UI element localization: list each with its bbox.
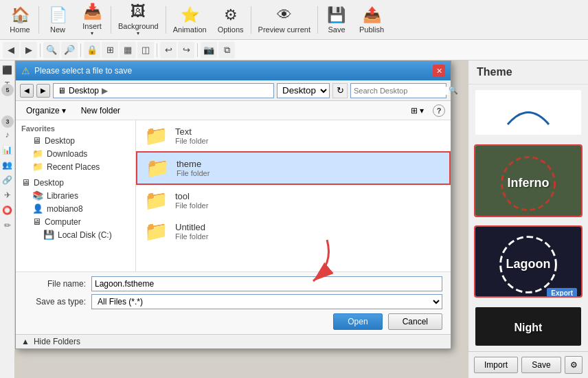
theme-preview-default bbox=[475, 90, 581, 136]
toolbar-new[interactable]: 📄 New bbox=[41, 3, 75, 36]
sub-sep-3 bbox=[157, 43, 157, 57]
file-info-tool: tool File folder bbox=[175, 191, 208, 210]
filetype-select[interactable]: All Files (*.*) bbox=[91, 294, 442, 309]
file-info-untitled: Untitled File folder bbox=[175, 222, 208, 241]
dialog-toolbar: Organize ▾ New folder ⊞ ▾ ? bbox=[16, 101, 451, 120]
tree-item-computer[interactable]: 🖥 Computer bbox=[16, 215, 135, 228]
export-badge[interactable]: Export bbox=[547, 288, 577, 298]
theme-item-night[interactable]: Night bbox=[474, 306, 583, 347]
favorites-section: Favorites 🖥 Desktop 📁 Downloads 📁 Recent… bbox=[16, 123, 135, 173]
favorites-header: Favorites bbox=[16, 123, 135, 134]
tree-item-desktop[interactable]: 🖥 Desktop bbox=[16, 134, 135, 147]
refresh-button[interactable]: ↻ bbox=[332, 83, 348, 98]
night-title: Night bbox=[514, 322, 543, 334]
libraries-icon: 📚 bbox=[32, 190, 43, 201]
home-icon: 🏠 bbox=[11, 6, 30, 24]
tree-item-recent[interactable]: 📁 Recent Places bbox=[16, 160, 135, 173]
filetype-row: Save as type: All Files (*.*) bbox=[24, 294, 442, 309]
tree-item-localdisk[interactable]: 💾 Local Disk (C:) bbox=[16, 228, 135, 241]
inferno-title: Inferno bbox=[508, 176, 550, 190]
toolbar-options[interactable]: ⚙ Options bbox=[212, 3, 249, 36]
zoom-out-button[interactable]: 🔎 bbox=[61, 42, 78, 58]
dialog-forward-button[interactable]: ▶ bbox=[36, 84, 50, 98]
cancel-button[interactable]: Cancel bbox=[388, 313, 442, 330]
address-dropdown[interactable]: Desktop bbox=[277, 83, 330, 98]
dialog-title-icon: ⚠ bbox=[21, 65, 30, 76]
folder-icon-tool: 📁 bbox=[144, 189, 168, 212]
toolbar-preview[interactable]: 👁 Preview current bbox=[253, 3, 316, 36]
sidebar-icon-4[interactable]: 📊 bbox=[2, 143, 12, 157]
toolbar-home[interactable]: 🏠 Home bbox=[3, 3, 37, 36]
grid-button[interactable]: ⊞ bbox=[102, 42, 118, 58]
file-item-theme[interactable]: 📁 theme File folder bbox=[136, 151, 451, 185]
file-list-panel: 📁 Text File folder 📁 theme File folder bbox=[136, 120, 451, 271]
toolbar-sep-2 bbox=[111, 6, 111, 34]
hide-folders-bar[interactable]: ▲ Hide Folders bbox=[16, 334, 451, 348]
dialog-titlebar: ⚠ Please select a file to save ✕ bbox=[16, 61, 451, 80]
toolbar-save[interactable]: 💾 Save bbox=[319, 3, 354, 36]
toolbar-sep-4 bbox=[251, 6, 251, 34]
tree-item-downloads[interactable]: 📁 Downloads bbox=[16, 147, 135, 160]
forward-button[interactable]: ▶ bbox=[21, 42, 37, 58]
filename-input[interactable] bbox=[91, 276, 442, 291]
toolbar-animation[interactable]: ⭐ Animation bbox=[168, 3, 212, 36]
file-info-text: Text File folder bbox=[175, 126, 208, 145]
toolbar-animation-label: Animation bbox=[173, 25, 207, 34]
import-button[interactable]: Import bbox=[474, 357, 518, 373]
toolbar-insert[interactable]: 📥 Insert bbox=[75, 0, 109, 39]
publish-icon: 📤 bbox=[363, 6, 381, 24]
save-icon: 💾 bbox=[327, 6, 346, 24]
tree-item-libraries[interactable]: 📚 Libraries bbox=[16, 189, 135, 202]
file-item-tool[interactable]: 📁 tool File folder bbox=[136, 185, 451, 216]
main-toolbar: 🏠 Home 📄 New 📥 Insert 🖼 Background ⭐ Ani… bbox=[0, 0, 588, 40]
options-icon: ⚙ bbox=[224, 6, 238, 24]
redo-button[interactable]: ↪ bbox=[178, 42, 194, 58]
sidebar-icon-6[interactable]: 🔗 bbox=[2, 173, 12, 187]
right-panel: Theme Inferno Lagoo bbox=[468, 60, 588, 378]
toolbar-publish[interactable]: 📤 Publish bbox=[354, 3, 389, 36]
file-item-untitled[interactable]: 📁 Untitled File folder bbox=[136, 216, 451, 247]
layout-button[interactable]: ◫ bbox=[137, 42, 154, 58]
lock-button[interactable]: 🔒 bbox=[84, 42, 100, 58]
organize-button[interactable]: Organize ▾ bbox=[21, 104, 71, 118]
sidebar-icon-5[interactable]: 👥 bbox=[2, 158, 12, 172]
organize-label: Organize bbox=[26, 106, 60, 115]
theme-settings-button[interactable]: ⚙ bbox=[565, 356, 583, 374]
filename-row: File name: bbox=[24, 276, 442, 291]
computer-icon: 🖥 bbox=[32, 216, 41, 227]
file-type-text: File folder bbox=[175, 137, 208, 145]
toolbar-preview-label: Preview current bbox=[258, 25, 310, 34]
help-button[interactable]: ? bbox=[433, 104, 445, 117]
sidebar-icon-3[interactable]: ♪ bbox=[5, 128, 10, 142]
file-item-text[interactable]: 📁 Text File folder bbox=[136, 120, 451, 151]
insert-icon: 📥 bbox=[83, 3, 102, 21]
view-toggle-button[interactable]: ⊞ ▾ bbox=[407, 104, 427, 118]
theme-item-lagoon[interactable]: Lagoon Export bbox=[474, 225, 583, 298]
dialog-close-button[interactable]: ✕ bbox=[433, 65, 445, 77]
undo-button[interactable]: ↩ bbox=[160, 42, 177, 58]
camera-button[interactable]: 📷 bbox=[201, 42, 217, 58]
dialog-back-button[interactable]: ◀ bbox=[20, 84, 34, 98]
hide-folders-label: Hide Folders bbox=[34, 337, 80, 346]
open-button[interactable]: Open bbox=[333, 313, 382, 330]
search-input[interactable] bbox=[354, 87, 449, 95]
crop-button[interactable]: ⧉ bbox=[218, 42, 235, 58]
content-area: ⚠ Please select a file to save ✕ ◀ ▶ 🖥 D… bbox=[15, 60, 468, 378]
sidebar-icon-7[interactable]: ✈ bbox=[4, 188, 11, 202]
theme-item-default[interactable] bbox=[474, 89, 583, 136]
theme-save-button[interactable]: Save bbox=[521, 357, 561, 373]
toolbar-background[interactable]: 🖼 Background bbox=[113, 0, 164, 39]
tree-item-desktop2[interactable]: 🖥 Desktop bbox=[16, 176, 135, 189]
sub-sep-4 bbox=[197, 43, 198, 57]
zoom-in-button[interactable]: 🔍 bbox=[43, 42, 60, 58]
sidebar-icon-1[interactable]: ⬛ bbox=[2, 63, 12, 77]
back-button[interactable]: ◀ bbox=[3, 42, 19, 58]
sidebar-icon-8[interactable]: ⭕ bbox=[2, 203, 12, 217]
file-type-untitled: File folder bbox=[175, 232, 208, 241]
dialog-address-path[interactable]: 🖥 Desktop ▶ bbox=[53, 83, 274, 98]
theme-item-inferno[interactable]: Inferno bbox=[474, 144, 583, 217]
new-folder-button[interactable]: New folder bbox=[76, 104, 125, 118]
tree-item-user[interactable]: 👤 mobiano8 bbox=[16, 202, 135, 215]
table-button[interactable]: ▦ bbox=[120, 42, 136, 58]
sidebar-icon-9[interactable]: ✏ bbox=[4, 219, 11, 232]
